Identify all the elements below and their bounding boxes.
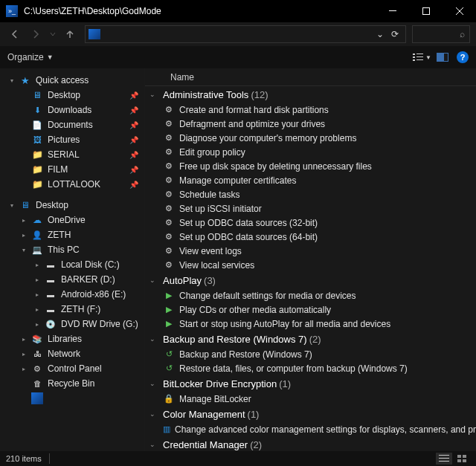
column-header-name[interactable]: Name [145,68,476,86]
sidebar-item[interactable]: ▾Desktop [0,198,144,213]
folder-icon [31,149,43,161]
item-label: Manage BitLocker [179,394,251,404]
sidebar-item-label: Libraries [48,334,82,344]
sidebar-item[interactable]: ▸DVD RW Drive (G:) [0,317,144,331]
sidebar-item[interactable]: LOTTALOOK📌 [0,177,144,192]
list-item[interactable]: ⚙Set up ODBC data sources (64-bit) [145,230,476,244]
sidebar-item[interactable]: ▸ZETH (F:) [0,302,144,317]
list-item[interactable]: ⚙View local services [145,258,476,272]
view-options-button[interactable]: ▼ [412,49,431,65]
svg-rect-7 [416,59,423,60]
details-view-button[interactable] [436,453,452,465]
back-button[interactable] [6,25,24,43]
refresh-button[interactable]: ⟳ [387,29,402,39]
sidebar-item[interactable]: ▸BARKER (D:) [0,272,144,287]
expand-chevron-icon: ▸ [36,306,43,313]
list-item[interactable]: 🔒Manage BitLocker [145,392,476,406]
chevron-down-icon: ⌄ [149,276,155,284]
item-label: Defragment and optimize your drives [179,119,325,129]
address-dropdown[interactable]: ⌄ [373,29,387,39]
sidebar-item[interactable]: ▸ZETH [0,227,144,242]
sidebar-item[interactable]: ▾This PC [0,242,144,257]
expand-chevron-icon: ▾ [10,77,18,84]
up-button[interactable] [61,25,79,43]
sidebar-item[interactable]: Desktop📌 [0,88,144,103]
sidebar-item[interactable]: ▸Local Disk (C:) [0,257,144,272]
item-icon: ▶ [163,304,175,316]
list-item[interactable]: ⚙Set up iSCSI initiator [145,201,476,216]
sidebar-item[interactable]: ▸Android-x86 (E:) [0,287,144,302]
sidebar-item[interactable] [0,391,144,406]
sidebar-item[interactable]: FILM📌 [0,162,144,177]
item-icon: ⚙ [163,175,175,187]
list-item[interactable]: ⚙Schedule tasks [145,187,476,201]
sidebar-item[interactable]: ▸Control Panel [0,361,144,376]
dvd-icon [45,318,57,330]
item-label: Change default settings for media or dev… [179,291,356,301]
status-bar: 210 items [0,451,476,466]
group-header[interactable]: ⌄Color Management (1) [145,406,476,422]
group-header[interactable]: ⌄BitLocker Drive Encryption (1) [145,375,476,392]
address-input[interactable] [105,29,373,39]
sidebar-item-label: Control Panel [48,363,102,374]
pin-icon: 📌 [129,121,138,129]
sidebar-item[interactable]: ▸Libraries [0,331,144,346]
list-item[interactable]: ⚙Set up ODBC data sources (32-bit) [145,216,476,230]
sidebar-item[interactable]: Documents📌 [0,117,144,132]
forward-button[interactable] [27,25,45,43]
list-item[interactable]: ⚙Free up disk space by deleting unnecess… [145,159,476,173]
list-item[interactable]: ⚙View event logs [145,244,476,258]
list-item[interactable]: ▶Start or stop using AutoPlay for all me… [145,317,476,331]
item-label: Schedule tasks [179,190,239,200]
list-item[interactable]: ⚙Defragment and optimize your drives [145,117,476,131]
item-label: View local services [179,260,254,271]
minimize-button[interactable] [376,0,409,22]
organize-button[interactable]: Organize ▼ [7,52,54,62]
sidebar-item[interactable]: Pictures📌 [0,132,144,147]
list-item[interactable]: ▶Change default settings for media or de… [145,288,476,302]
maximize-button[interactable] [409,0,443,22]
list-item[interactable]: ▥Change advanced color management settin… [145,422,476,436]
sidebar-item[interactable]: ▸OneDrive [0,213,144,227]
user-icon [31,229,43,241]
list-item[interactable]: ⚙Edit group policy [145,145,476,159]
sidebar-item[interactable]: ▾Quick access [0,73,144,88]
chevron-down-icon: ⌄ [149,335,155,343]
list-item[interactable]: ⚙Diagnose your computer's memory problem… [145,131,476,145]
list-item[interactable]: ↺Restore data, files, or computer from b… [145,361,476,375]
sidebar-item[interactable]: SERIAL📌 [0,147,144,162]
sidebar-item[interactable]: Recycle Bin [0,376,144,391]
list-item[interactable]: ▶Play CDs or other media automatically [145,302,476,317]
expand-chevron-icon: ▸ [22,336,30,343]
group-header[interactable]: ⌄Administrative Tools (12) [145,86,476,103]
item-icon: ▥ [163,424,170,436]
sidebar-item[interactable]: ▸Network [0,346,144,361]
group-count: (1) [248,409,260,420]
list-item[interactable]: ↺Backup and Restore (Windows 7) [145,347,476,361]
item-label: Play CDs or other media automatically [179,305,331,315]
expand-chevron-icon: ▾ [10,202,18,209]
address-bar[interactable]: ⌄ ⟳ [85,25,406,43]
sidebar-item-label: BARKER (D:) [61,274,115,285]
item-label: Start or stop using AutoPlay for all med… [179,319,390,329]
group-header[interactable]: ⌄Credential Manager (2) [145,436,476,451]
help-button[interactable]: ? [457,51,469,63]
cmd-icon [31,392,43,404]
history-dropdown[interactable] [48,25,58,43]
list-item[interactable]: ⚙Manage computer certificates [145,173,476,187]
sidebar-item-label: ZETH (F:) [61,304,100,314]
pic-icon [31,134,43,146]
close-button[interactable] [443,0,476,22]
preview-pane-button[interactable] [433,49,452,65]
search-box[interactable]: ⌕ [412,25,470,43]
thumbnails-view-button[interactable] [454,453,470,465]
sidebar-item-label: Android-x86 (E:) [61,289,126,300]
sidebar-item-label: DVD RW Drive (G:) [61,319,138,329]
group-header[interactable]: ⌄AutoPlay (3) [145,272,476,288]
list-item[interactable]: ⚙Create and format hard disk partitions [145,103,476,117]
svg-rect-11 [439,458,449,459]
item-label: Change advanced color management setting… [175,424,476,435]
group-header[interactable]: ⌄Backup and Restore (Windows 7) (2) [145,331,476,347]
sidebar-item[interactable]: Downloads📌 [0,103,144,117]
lib-icon [31,333,43,345]
